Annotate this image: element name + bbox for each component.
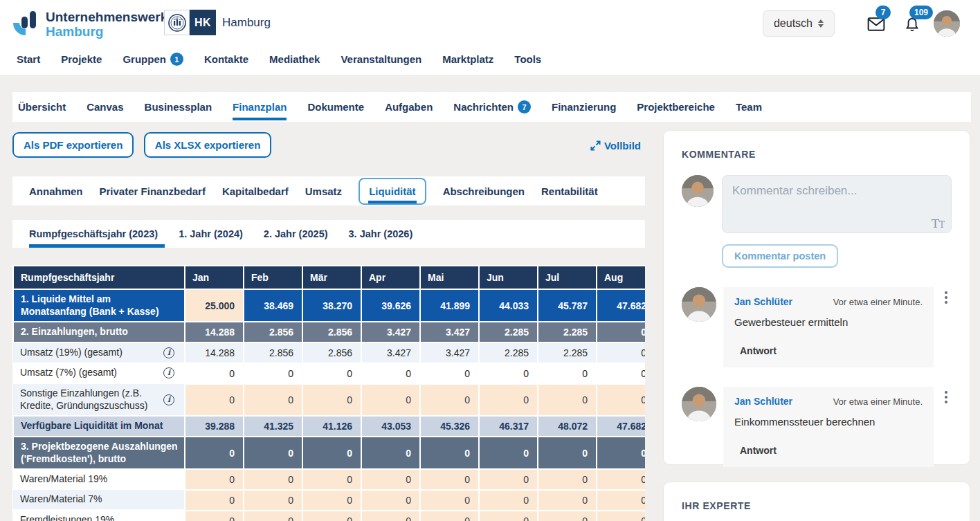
comment-input[interactable] [722,175,952,233]
comment-author-link[interactable]: Jan Schlüter [734,396,792,407]
value-cell[interactable]: 0 [597,490,645,511]
value-cell[interactable]: 0 [361,490,420,511]
value-cell[interactable]: 0 [538,384,597,416]
export-xlsx-button[interactable]: Als XLSX exportieren [144,132,272,158]
main-nav-item-mediathek[interactable]: Mediathek [269,53,320,66]
project-tab-finanzplan[interactable]: Finanzplan [233,92,287,122]
value-cell: 2.285 [479,342,538,363]
value-cell[interactable]: 0 [597,469,645,490]
row-label-inner: Sonstige Einzahlungen (z.B. Kredite, Grü… [20,387,179,412]
comment-menu-button[interactable] [941,287,952,367]
value-cell: 0 [361,437,420,469]
main-nav-item-veranstaltungen[interactable]: Veranstaltungen [341,53,421,66]
hk-seal-icon [164,10,190,35]
project-tab-label: Canvas [87,101,123,113]
main-nav-item-marktplatz[interactable]: Marktplatz [442,53,493,66]
finance-tab-abschreibungen[interactable]: Abschreibungen [443,185,525,197]
main-nav-item-projekte[interactable]: Projekte [61,53,102,66]
value-cell[interactable]: 0 [361,511,420,521]
comment-menu-button[interactable] [941,387,952,467]
project-tab-label: Nachrichten [453,101,514,113]
main-nav-item-tools[interactable]: Tools [514,53,541,66]
value-cell[interactable]: 0 [302,469,361,490]
value-cell[interactable]: 0 [185,511,244,521]
comments-panel: KOMMENTARE TT Kommentar posten Jan Schlü… [663,130,970,465]
row-label-cell: Waren/Material 7% [13,490,184,509]
value-cell[interactable]: 0 [185,384,244,416]
table-row: Waren/Material 7%00000000 [13,490,645,511]
value-cell[interactable]: 0 [538,511,597,521]
project-tab-aufgaben[interactable]: Aufgaben [385,92,433,122]
value-cell[interactable]: 0 [420,469,479,490]
row-label: Umsatz (7%) (gesamt) [20,367,117,379]
main-nav-item-gruppen[interactable]: Gruppen1 [122,53,183,66]
project-tab-badge: 7 [518,100,531,113]
finance-tab-umsatz[interactable]: Umsatz [305,185,342,197]
fullscreen-link[interactable]: Vollbild [590,140,641,152]
value-cell[interactable]: 0 [244,469,302,490]
value-cell[interactable]: 0 [479,384,538,416]
project-tab-canvas[interactable]: Canvas [87,92,123,122]
value-cell[interactable]: 0 [597,384,645,416]
value-cell[interactable]: 0 [185,469,244,490]
finance-tab-kapitalbedarf[interactable]: Kapitalbedarf [222,185,289,197]
finance-tab-privater finanzbedarf[interactable]: Privater Finanzbedarf [100,185,206,197]
info-icon[interactable]: i [163,367,174,378]
main-nav-item-kontakte[interactable]: Kontakte [204,53,248,66]
value-cell[interactable]: 0 [361,469,420,490]
value-cell[interactable]: 0 [538,490,597,511]
user-avatar[interactable] [934,10,960,37]
value-cell[interactable]: 0 [361,384,420,416]
project-tab-finanzierung[interactable]: Finanzierung [552,92,616,122]
post-comment-button[interactable]: Kommentar posten [722,244,838,268]
value-cell[interactable]: 0 [420,384,479,416]
value-cell[interactable]: 0 [185,490,244,511]
value-cell[interactable]: 0 [302,490,361,511]
month-header: Feb [244,266,302,289]
value-cell[interactable]: 0 [479,511,538,521]
month-header: Mär [302,266,361,289]
comment-author-link[interactable]: Jan Schlüter [734,296,792,307]
project-tab-übersicht[interactable]: Übersicht [18,92,66,122]
value-cell[interactable]: 0 [420,490,479,511]
value-cell[interactable]: 0 [244,511,302,521]
language-select[interactable]: deutsch [763,10,835,37]
info-icon[interactable]: i [163,347,174,358]
finance-tab-rentabilität[interactable]: Rentabilität [541,185,598,197]
value-cell[interactable]: 0 [244,384,302,416]
text-format-icon[interactable]: TT [932,217,945,230]
year-tab[interactable]: Rumpfgeschäftsjahr (2023) [29,220,158,248]
year-tab[interactable]: 1. Jahr (2024) [179,220,243,248]
notifications-button[interactable]: 109 [904,17,923,36]
value-cell[interactable]: 0 [420,511,479,521]
value-cell[interactable]: 0 [244,490,302,511]
comment-timestamp: Vor etwa einer Minute. [833,297,923,307]
reply-link[interactable]: Antwort [740,445,923,456]
finance-tab-liquidität[interactable]: Liquidität [359,178,426,205]
export-pdf-button[interactable]: Als PDF exportieren [12,132,134,158]
value-cell[interactable]: 0 [479,490,538,511]
main-nav-item-start[interactable]: Start [17,53,40,66]
app-logo-icon [11,8,39,42]
finance-tab-annahmen[interactable]: Annahmen [29,185,83,197]
project-tab-projektbereiche[interactable]: Projektbereiche [637,92,715,122]
project-tab-nachrichten[interactable]: Nachrichten7 [453,92,531,122]
year-tabs: Rumpfgeschäftsjahr (2023)1. Jahr (2024)2… [12,220,645,248]
value-cell[interactable]: 0 [479,469,538,490]
finance-tabs: AnnahmenPrivater FinanzbedarfKapitalbeda… [12,176,645,205]
value-cell[interactable]: 0 [597,511,645,521]
year-tab[interactable]: 2. Jahr (2025) [264,220,328,248]
table-row: Umsatz (7%) (gesamt)i00000000 [13,363,645,384]
project-tab-dokumente[interactable]: Dokumente [307,92,364,122]
reply-link[interactable]: Antwort [740,345,923,356]
messages-button[interactable]: 7 [867,17,887,36]
value-cell[interactable]: 25.000 [185,289,244,322]
info-icon[interactable]: i [163,394,174,405]
project-tab-label: Finanzplan [233,101,287,113]
year-tab[interactable]: 3. Jahr (2026) [349,220,413,248]
project-tab-businessplan[interactable]: Businessplan [145,92,212,122]
value-cell[interactable]: 0 [538,469,597,490]
project-tab-team[interactable]: Team [736,92,762,122]
value-cell[interactable]: 0 [302,511,361,521]
value-cell[interactable]: 0 [302,384,361,416]
